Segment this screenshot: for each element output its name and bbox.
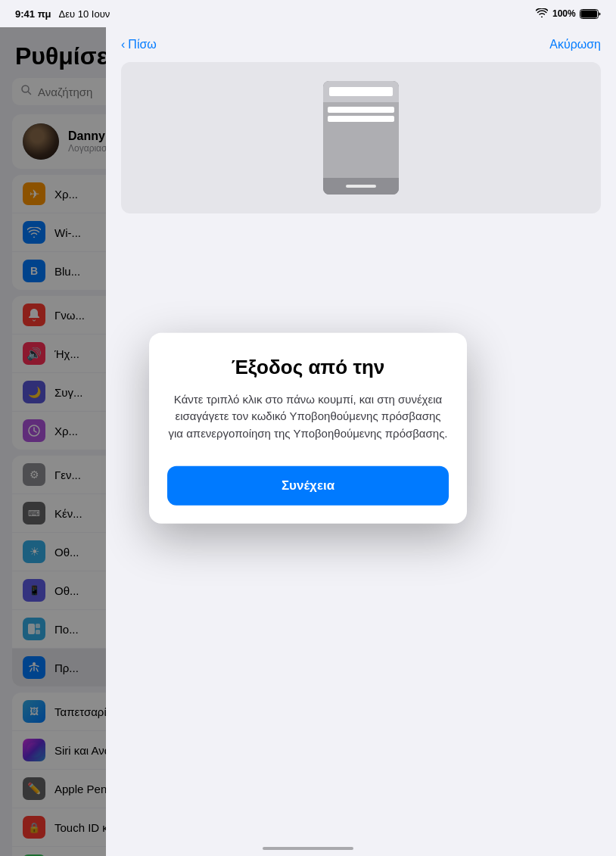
sheet-header: ‹ Πίσω Ακύρωση	[106, 27, 616, 62]
status-time: 9:41 πμ	[15, 8, 51, 20]
dialog-body: Κάντε τριπλό κλικ στο πάνω κουμπί, και σ…	[167, 391, 449, 442]
sheet-back-label: Πίσω	[128, 38, 156, 51]
ipad-preview	[323, 81, 399, 195]
ipad-mid	[323, 102, 399, 178]
status-bar: 9:41 πμ Δευ 10 Ιουν 100%	[0, 0, 616, 27]
dialog-modal: Έξοδος από την Κάντε τριπλό κλικ στο πάν…	[149, 332, 467, 524]
continue-button[interactable]: Συνέχεια	[167, 466, 449, 506]
ipad-line-2	[328, 116, 394, 122]
sheet-cancel-button[interactable]: Ακύρωση	[549, 38, 601, 51]
home-indicator-preview	[346, 185, 376, 188]
sheet-back-chevron: ‹	[121, 38, 125, 51]
wifi-icon	[536, 8, 548, 20]
svg-rect-1	[581, 11, 598, 18]
sheet-preview-area	[121, 62, 601, 213]
dialog-title: Έξοδος από την	[167, 355, 449, 378]
status-date: Δευ 10 Ιουν	[59, 8, 110, 20]
battery-indicator: 100%	[552, 8, 601, 19]
home-indicator	[263, 847, 353, 850]
status-icons: 100%	[536, 8, 601, 20]
ipad-line-1	[328, 107, 394, 113]
ipad-top-bar	[323, 81, 399, 102]
ipad-field	[329, 87, 393, 96]
sheet-back-button[interactable]: ‹ Πίσω	[121, 38, 157, 51]
ipad-bottom	[323, 178, 399, 195]
